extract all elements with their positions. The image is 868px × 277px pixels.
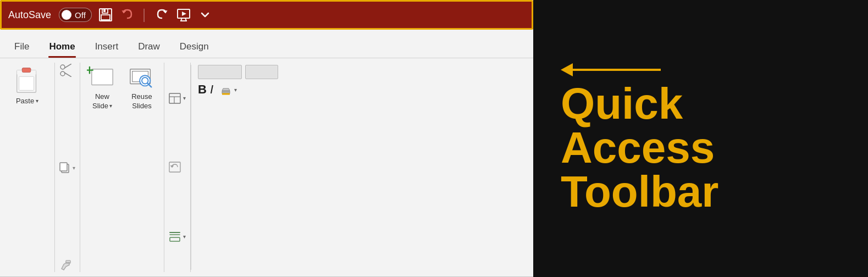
undo-separator: │ (141, 9, 148, 21)
paste-label-row: Paste ▾ (16, 97, 38, 105)
new-slide-label: New (95, 92, 109, 101)
arrow-head (561, 63, 573, 76)
layout-group: ▾ ▾ (164, 63, 191, 272)
svg-point-15 (60, 71, 65, 76)
ribbon-content: Paste ▾ ▾ (0, 58, 533, 277)
new-slide-chevron[interactable]: ▾ (109, 103, 112, 109)
svg-rect-2 (101, 15, 110, 20)
reuse-slides-icon (126, 65, 157, 91)
section-button[interactable]: ▾ (169, 231, 186, 242)
annotation-line2: Access (561, 126, 718, 170)
font-name-box[interactable] (198, 65, 242, 79)
layout-icon (169, 93, 181, 104)
svg-rect-11 (19, 76, 34, 90)
reuse-slides-sublabel-row: Slides (132, 102, 151, 110)
font-format-row: B I ▾ (198, 82, 278, 97)
undo-icon[interactable] (119, 7, 136, 23)
svg-rect-13 (22, 68, 30, 73)
new-slide-sublabel: Slide (92, 102, 108, 110)
annotation-panel: Quick Access Toolbar (533, 0, 868, 277)
tab-draw[interactable]: Draw (128, 37, 170, 58)
tab-design[interactable]: Design (170, 37, 219, 58)
scissors-icon (59, 64, 71, 77)
font-group: B I ▾ (191, 63, 285, 272)
copy-button[interactable]: ▾ (59, 162, 75, 174)
redo-icon[interactable] (153, 7, 170, 23)
present-icon[interactable] (175, 7, 193, 23)
toggle-dot (62, 10, 71, 20)
new-slide-icon (87, 65, 118, 91)
bold-button[interactable]: B (198, 82, 207, 97)
reuse-slides-sublabel: Slides (132, 102, 151, 110)
svg-rect-19 (60, 163, 67, 171)
new-slide-button[interactable]: New Slide ▾ (87, 65, 118, 110)
reuse-slides-label-row: Reuse (131, 92, 152, 101)
autosave-label: AutoSave (8, 9, 51, 21)
tab-file[interactable]: File (4, 37, 39, 58)
quick-access-more-icon[interactable] (200, 10, 211, 20)
svg-rect-32 (169, 162, 180, 172)
reset-button[interactable] (169, 162, 186, 173)
tab-home[interactable]: Home (39, 37, 85, 58)
svg-marker-8 (182, 12, 186, 16)
format-painter-icon (59, 259, 71, 271)
italic-button[interactable]: I (210, 82, 213, 97)
svg-rect-29 (169, 93, 180, 103)
slides-icons-row: New Slide ▾ (87, 65, 157, 110)
new-slide-sublabel-row: Slide ▾ (92, 102, 112, 110)
svg-point-14 (60, 65, 65, 69)
section-chevron[interactable]: ▾ (183, 234, 186, 240)
new-slide-label-row: New (95, 92, 109, 101)
copy-chevron[interactable]: ▾ (73, 165, 75, 171)
quick-access-toolbar: AutoSave Off │ (0, 0, 533, 30)
autosave-toggle[interactable]: Off (59, 8, 92, 22)
toggle-off-label: Off (75, 10, 86, 20)
copy-icon (59, 162, 70, 174)
svg-rect-3 (103, 9, 106, 12)
font-paint-chevron[interactable]: ▾ (234, 87, 237, 93)
paste-group: Paste ▾ (0, 63, 55, 272)
layout-button[interactable]: ▾ (169, 93, 186, 104)
reuse-slides-button[interactable]: Reuse Slides (126, 65, 157, 110)
ribbon-area: AutoSave Off │ (0, 0, 533, 277)
tab-insert[interactable]: Insert (85, 37, 129, 58)
svg-marker-37 (222, 88, 230, 91)
annotation-text: Quick Access Toolbar (561, 82, 718, 214)
font-paint-row: ▾ (220, 83, 237, 96)
layout-chevron[interactable]: ▾ (183, 95, 186, 101)
paste-label: Paste (16, 97, 34, 105)
scissors-button[interactable] (59, 64, 75, 77)
svg-rect-33 (170, 237, 180, 241)
arrow-shaft (573, 69, 661, 71)
svg-rect-21 (92, 69, 113, 85)
annotation-line3: Toolbar (561, 170, 718, 214)
font-boxes-row (198, 65, 278, 79)
reset-icon (169, 162, 181, 173)
font-size-box[interactable] (245, 65, 278, 79)
svg-line-16 (64, 64, 71, 68)
tab-bar: File Home Insert Draw Design (0, 30, 533, 58)
font-paint-icon[interactable] (220, 83, 233, 96)
clipboard-group: ▾ (55, 63, 80, 272)
slides-group: New Slide ▾ (80, 63, 164, 272)
annotation-line1: Quick (561, 82, 718, 126)
arrow-container (561, 63, 661, 76)
reuse-slides-label: Reuse (131, 92, 152, 101)
paste-button[interactable] (13, 65, 42, 96)
paste-chevron[interactable]: ▾ (36, 98, 38, 104)
svg-line-17 (64, 73, 71, 77)
save-icon[interactable] (97, 7, 114, 23)
section-icon (169, 231, 181, 242)
paste-icon (13, 65, 42, 96)
format-painter-button[interactable] (59, 259, 75, 271)
